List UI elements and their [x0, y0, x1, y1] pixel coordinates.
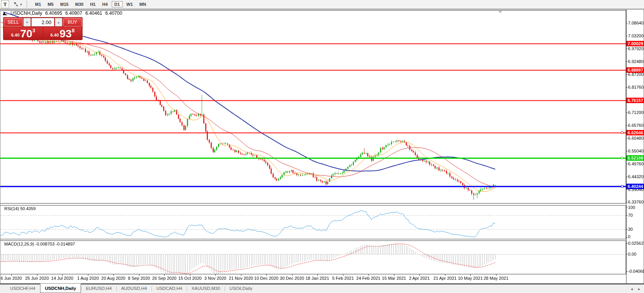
- chart-tabs: USDCHF,H4USDCNH,DailyEURUSD,H4AUDUSD,H4U…: [5, 284, 257, 293]
- chart-title: USDCNH,Daily 6.40695 6.40907 6.40461 6.4…: [2, 11, 122, 16]
- time-axis-label: 30 Dec 2020: [280, 276, 304, 281]
- triangle-up-icon: ▲: [57, 21, 60, 24]
- text-tool-button[interactable]: T: [1, 0, 9, 8]
- price-line-label: 6.62646: [626, 130, 644, 135]
- bar-open-value: 6.40695: [45, 11, 62, 16]
- price-tick-label: 6.55040: [628, 149, 644, 154]
- tab-audusd-h4[interactable]: AUDUSD,H4: [116, 284, 151, 293]
- price-tick-label: 6.44320: [628, 174, 644, 179]
- rsi-tick-label: 70: [628, 213, 633, 218]
- toolbar-grip[interactable]: [26, 1, 29, 7]
- time-axis-label: 20 Aug 2020: [101, 276, 125, 281]
- time-axis-label: 5 Feb 2021: [332, 276, 354, 281]
- price-line-label: 6.76157: [626, 98, 644, 103]
- bar-high-value: 6.40907: [65, 11, 82, 16]
- triangle-down-icon: ▼: [26, 21, 28, 24]
- buy-price-big: 93: [60, 29, 72, 39]
- timeframe-m1[interactable]: M1: [32, 1, 44, 7]
- price-tick-label: 7.08640: [628, 21, 644, 26]
- rsi-tick-label: 0: [628, 234, 630, 239]
- timeframe-m5[interactable]: M5: [45, 1, 56, 7]
- timeframe-m15[interactable]: M15: [58, 1, 71, 7]
- time-axis-label: 15 Oct 2020: [178, 276, 202, 281]
- tab-usdcad-h4[interactable]: USDCAD,H4: [151, 284, 187, 293]
- chevron-down-icon: ▾: [20, 3, 22, 6]
- chart-canvas[interactable]: [0, 0, 644, 293]
- price-tick-label: 6.97920: [628, 46, 644, 51]
- volume-decrease-button[interactable]: ▼: [23, 18, 31, 26]
- timeframe-h4[interactable]: H4: [99, 1, 110, 7]
- macd-indicator-label: MACD(12,26,9) -0.008703 -0.014897: [4, 242, 75, 246]
- price-tick-label: 6.71200: [628, 110, 644, 115]
- macd-tick-label: 0.025623: [628, 241, 644, 246]
- time-axis-label: 2 Apr 2021: [409, 276, 429, 281]
- tab-usoil-daily[interactable]: USOil,Daily: [225, 284, 257, 293]
- volume-increase-button[interactable]: ▲: [55, 18, 62, 26]
- sell-price-big: 70: [20, 29, 32, 39]
- price-tick-label: 6.81760: [628, 85, 644, 90]
- time-axis-label: 21 Nov 2020: [229, 276, 253, 281]
- bar-close-value: 6.40700: [106, 11, 122, 16]
- buy-price-main: 6.40: [51, 33, 59, 37]
- chart-title-symbol: USDCNH,Daily: [11, 11, 42, 16]
- tab-eurusd-h4[interactable]: EURUSD,H4: [81, 284, 116, 293]
- tab-xauusd-m30[interactable]: XAUUSD,M30: [187, 284, 225, 293]
- sell-price-main: 6.40: [11, 33, 19, 37]
- time-axis-label: 24 Feb 2021: [356, 276, 380, 281]
- price-line-label: 6.88897: [626, 67, 644, 73]
- time-axis-label: 10 May 2021: [458, 276, 483, 281]
- tab-usdcnh-daily[interactable]: USDCNH,Daily: [40, 284, 81, 293]
- mt4-window: T ▾ M1M5M15M30H1H4D1W1MN USDCNH,Daily 6.…: [0, 0, 644, 293]
- timeframe-group: M1M5M15M30H1H4D1W1MN: [32, 1, 149, 7]
- chart-symbol-icon: [2, 11, 8, 16]
- macd-tick-label: -0.040687: [628, 269, 644, 274]
- sell-button[interactable]: SELL: [4, 18, 23, 26]
- time-axis-label: 6 Jun 2020: [1, 276, 22, 281]
- timeframe-w1[interactable]: W1: [124, 1, 136, 7]
- price-line-label: 7.00029: [626, 41, 644, 46]
- macd-tick-label: 0.00: [628, 252, 636, 257]
- top-toolbar: T ▾ M1M5M15M30H1H4D1W1MN: [0, 0, 644, 9]
- tab-scroll-left-button[interactable]: ◂: [631, 287, 633, 291]
- sell-price-display[interactable]: 6.40 70 3: [4, 27, 42, 39]
- time-axis-label: 18 Jan 2021: [306, 276, 329, 281]
- time-axis-label: 25 Jun 2020: [25, 276, 49, 281]
- buy-price-display[interactable]: 6.40 93 8: [43, 27, 82, 39]
- timeframe-d1[interactable]: D1: [112, 1, 123, 7]
- rsi-indicator-label: RSI(14) 50.4359: [4, 206, 36, 211]
- price-tick-label: 6.49760: [628, 161, 644, 167]
- time-axis-label: 26 Sep 2020: [152, 276, 176, 281]
- time-axis-label: 3 Nov 2020: [204, 276, 226, 281]
- buy-button[interactable]: BUY: [63, 18, 82, 26]
- one-click-trading-panel: SELL ▼ ▲ BUY 6.40 70 3 6.40 93 8: [3, 17, 83, 40]
- price-line-label: 6.40244: [626, 184, 644, 189]
- price-tick-label: 6.92480: [628, 59, 644, 64]
- tab-scroll-buttons: ◂ ▸: [631, 287, 640, 291]
- buy-price-sup: 8: [72, 28, 74, 33]
- time-axis-label: 1 Aug 2020: [77, 276, 99, 281]
- tab-scroll-right-button[interactable]: ▸: [638, 287, 640, 291]
- time-axis-label: 14 Jul 2020: [51, 276, 74, 281]
- bar-low-value: 6.40461: [85, 11, 102, 16]
- chart-tab-bar: USDCHF,H4USDCNH,DailyEURUSD,H4AUDUSD,H4U…: [0, 284, 644, 293]
- sell-price-sup: 3: [32, 28, 35, 33]
- time-axis-label: 28 May 2021: [484, 276, 509, 281]
- volume-input[interactable]: [32, 18, 54, 26]
- price-line-label: 6.52108: [626, 155, 644, 161]
- price-tick-label: 6.65760: [628, 123, 644, 128]
- price-tick-label: 6.60480: [628, 136, 644, 141]
- rsi-tick-label: 100: [628, 205, 635, 210]
- price-tick-label: 7.03200: [628, 33, 644, 39]
- price-tick-label: 6.33760: [628, 200, 644, 205]
- time-axis-label: 15 Mar 2021: [382, 276, 406, 281]
- rsi-tick-label: 30: [628, 227, 633, 232]
- time-axis-label: 10 Dec 2020: [254, 276, 278, 281]
- time-axis-label: 21 Apr 2021: [433, 276, 456, 281]
- tab-usdchf-h4[interactable]: USDCHF,H4: [5, 284, 40, 293]
- arrows-icon: [13, 2, 19, 7]
- time-axis-label: 8 Sep 2020: [128, 276, 150, 281]
- timeframe-m30[interactable]: M30: [72, 1, 86, 7]
- timeframe-h1[interactable]: H1: [87, 1, 98, 7]
- timeframe-mn[interactable]: MN: [137, 1, 149, 7]
- arrows-tool-button[interactable]: ▾: [12, 1, 23, 8]
